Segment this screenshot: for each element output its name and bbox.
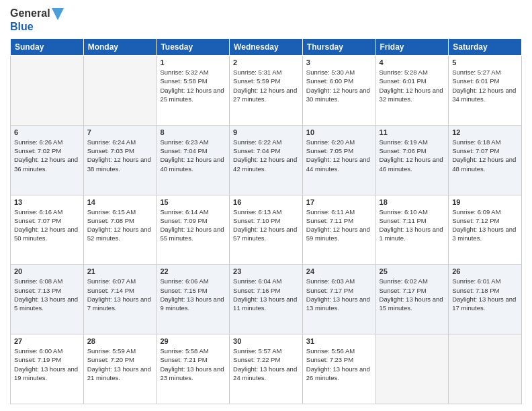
day-cell: 15Sunrise: 6:14 AM Sunset: 7:09 PM Dayli… [157,195,230,265]
day-cell: 27Sunrise: 6:00 AM Sunset: 7:19 PM Dayli… [11,334,84,404]
day-number: 15 [160,198,226,206]
day-info: Sunrise: 6:13 AM Sunset: 7:10 PM Dayligh… [233,208,299,243]
day-cell [83,55,157,125]
day-number: 17 [306,198,372,206]
logo: General Blue [10,7,64,33]
day-cell: 5Sunrise: 5:27 AM Sunset: 6:01 PM Daylig… [449,55,522,125]
day-number: 30 [233,337,299,345]
day-number: 11 [380,128,445,136]
day-info: Sunrise: 5:27 AM Sunset: 6:01 PM Dayligh… [452,68,518,103]
day-info: Sunrise: 6:00 AM Sunset: 7:19 PM Dayligh… [14,347,80,382]
day-info: Sunrise: 6:26 AM Sunset: 7:02 PM Dayligh… [14,138,80,173]
header-saturday: Saturday [449,38,522,55]
day-info: Sunrise: 6:04 AM Sunset: 7:16 PM Dayligh… [233,277,299,312]
week-row-2: 6Sunrise: 6:26 AM Sunset: 7:02 PM Daylig… [11,125,522,195]
day-info: Sunrise: 6:16 AM Sunset: 7:07 PM Dayligh… [14,208,80,243]
day-info: Sunrise: 6:24 AM Sunset: 7:03 PM Dayligh… [87,138,153,173]
day-cell: 14Sunrise: 6:15 AM Sunset: 7:08 PM Dayli… [83,195,157,265]
day-info: Sunrise: 6:06 AM Sunset: 7:15 PM Dayligh… [160,277,226,312]
day-info: Sunrise: 5:30 AM Sunset: 6:00 PM Dayligh… [306,68,372,103]
day-cell: 2Sunrise: 5:31 AM Sunset: 5:59 PM Daylig… [230,55,303,125]
day-number: 9 [233,128,299,136]
day-number: 13 [14,198,80,206]
week-row-5: 27Sunrise: 6:00 AM Sunset: 7:19 PM Dayli… [11,334,522,404]
day-cell: 20Sunrise: 6:08 AM Sunset: 7:13 PM Dayli… [11,265,84,334]
day-cell: 22Sunrise: 6:06 AM Sunset: 7:15 PM Dayli… [157,265,230,334]
header-thursday: Thursday [302,38,375,55]
day-info: Sunrise: 6:15 AM Sunset: 7:08 PM Dayligh… [87,208,153,243]
day-cell [449,334,522,404]
day-number: 22 [160,267,226,275]
svg-marker-0 [52,8,64,20]
header-friday: Friday [375,38,449,55]
day-number: 20 [14,267,80,275]
day-cell: 29Sunrise: 5:58 AM Sunset: 7:21 PM Dayli… [157,334,230,404]
day-number: 12 [452,128,518,136]
day-number: 5 [452,58,518,66]
day-number: 25 [380,267,445,275]
header: General Blue [10,7,522,33]
day-number: 16 [233,198,299,206]
day-number: 29 [160,337,226,345]
day-cell: 8Sunrise: 6:23 AM Sunset: 7:04 PM Daylig… [157,125,230,195]
day-info: Sunrise: 6:19 AM Sunset: 7:06 PM Dayligh… [380,138,445,173]
day-cell [11,55,84,125]
day-number: 21 [87,267,153,275]
day-cell: 11Sunrise: 6:19 AM Sunset: 7:06 PM Dayli… [375,125,449,195]
day-cell: 19Sunrise: 6:09 AM Sunset: 7:12 PM Dayli… [449,195,522,265]
day-number: 14 [87,198,153,206]
day-cell: 4Sunrise: 5:28 AM Sunset: 6:01 PM Daylig… [375,55,449,125]
header-monday: Monday [83,38,157,55]
day-info: Sunrise: 6:03 AM Sunset: 7:17 PM Dayligh… [306,277,372,312]
day-number: 6 [14,128,80,136]
day-number: 10 [306,128,372,136]
day-info: Sunrise: 6:10 AM Sunset: 7:11 PM Dayligh… [380,208,445,243]
day-number: 3 [306,58,372,66]
day-number: 18 [380,198,445,206]
day-info: Sunrise: 6:22 AM Sunset: 7:04 PM Dayligh… [233,138,299,173]
week-row-3: 13Sunrise: 6:16 AM Sunset: 7:07 PM Dayli… [11,195,522,265]
day-number: 8 [160,128,226,136]
day-info: Sunrise: 5:58 AM Sunset: 7:21 PM Dayligh… [160,347,226,382]
day-cell [375,334,449,404]
day-cell: 9Sunrise: 6:22 AM Sunset: 7:04 PM Daylig… [230,125,303,195]
day-cell: 30Sunrise: 5:57 AM Sunset: 7:22 PM Dayli… [230,334,303,404]
day-number: 23 [233,267,299,275]
day-cell: 13Sunrise: 6:16 AM Sunset: 7:07 PM Dayli… [11,195,84,265]
day-cell: 24Sunrise: 6:03 AM Sunset: 7:17 PM Dayli… [302,265,375,334]
day-cell: 23Sunrise: 6:04 AM Sunset: 7:16 PM Dayli… [230,265,303,334]
day-number: 26 [452,267,518,275]
day-number: 31 [306,337,372,345]
day-info: Sunrise: 6:07 AM Sunset: 7:14 PM Dayligh… [87,277,153,312]
day-info: Sunrise: 6:01 AM Sunset: 7:18 PM Dayligh… [452,277,518,312]
day-info: Sunrise: 5:57 AM Sunset: 7:22 PM Dayligh… [233,347,299,382]
day-info: Sunrise: 6:02 AM Sunset: 7:17 PM Dayligh… [380,277,445,312]
day-number: 2 [233,58,299,66]
logo-text: General Blue [10,7,64,33]
logo-triangle-icon [52,8,64,20]
day-number: 24 [306,267,372,275]
day-number: 4 [380,58,445,66]
day-cell: 7Sunrise: 6:24 AM Sunset: 7:03 PM Daylig… [83,125,157,195]
day-cell: 3Sunrise: 5:30 AM Sunset: 6:00 PM Daylig… [302,55,375,125]
day-cell: 10Sunrise: 6:20 AM Sunset: 7:05 PM Dayli… [302,125,375,195]
day-info: Sunrise: 5:32 AM Sunset: 5:58 PM Dayligh… [160,68,226,103]
day-info: Sunrise: 5:31 AM Sunset: 5:59 PM Dayligh… [233,68,299,103]
week-row-4: 20Sunrise: 6:08 AM Sunset: 7:13 PM Dayli… [11,265,522,334]
day-cell: 12Sunrise: 6:18 AM Sunset: 7:07 PM Dayli… [449,125,522,195]
day-cell: 31Sunrise: 5:56 AM Sunset: 7:23 PM Dayli… [302,334,375,404]
header-tuesday: Tuesday [157,38,230,55]
day-cell: 28Sunrise: 5:59 AM Sunset: 7:20 PM Dayli… [83,334,157,404]
day-number: 27 [14,337,80,345]
day-info: Sunrise: 6:09 AM Sunset: 7:12 PM Dayligh… [452,208,518,243]
day-info: Sunrise: 5:28 AM Sunset: 6:01 PM Dayligh… [380,68,445,103]
day-cell: 21Sunrise: 6:07 AM Sunset: 7:14 PM Dayli… [83,265,157,334]
page: General Blue SundayMondayTuesdayWednesda… [0,0,532,411]
day-number: 19 [452,198,518,206]
calendar-table: SundayMondayTuesdayWednesdayThursdayFrid… [10,38,522,404]
header-wednesday: Wednesday [230,38,303,55]
day-number: 1 [160,58,226,66]
day-number: 7 [87,128,153,136]
day-cell: 6Sunrise: 6:26 AM Sunset: 7:02 PM Daylig… [11,125,84,195]
day-info: Sunrise: 6:11 AM Sunset: 7:11 PM Dayligh… [306,208,372,243]
